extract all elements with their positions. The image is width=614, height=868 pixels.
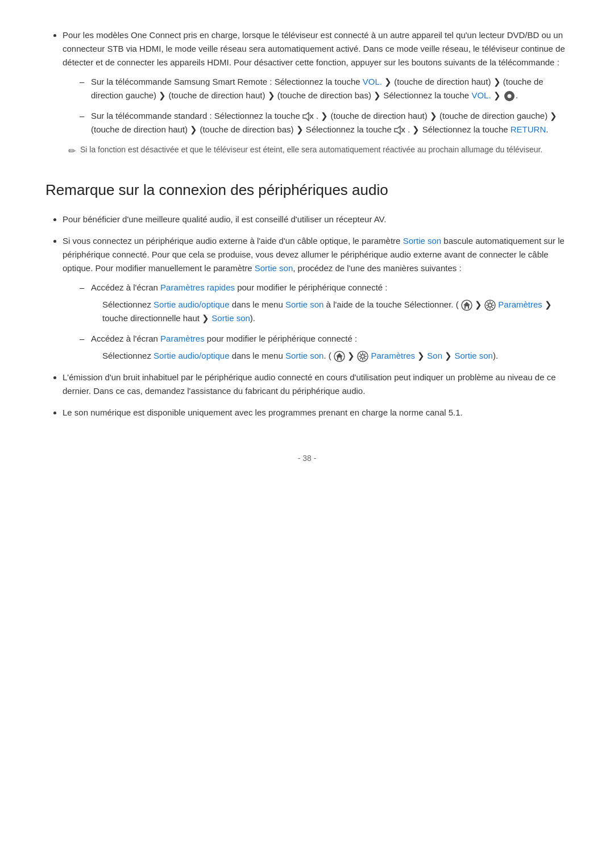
- page-number: - 38 -: [298, 454, 317, 463]
- s2sub1-indent-mid2: à l'aide de la touche Sélectionner. (: [323, 300, 458, 309]
- gear-icon-1: [484, 300, 496, 311]
- s2sub1-sortie-audio: Sortie audio/optique: [154, 300, 229, 309]
- s2-bullet2: Si vous connectez un périphérique audio …: [63, 234, 569, 363]
- home-icon-1: [461, 300, 472, 311]
- s2sub2-chevron3: ❯: [442, 351, 454, 360]
- s2sub2-prefix: Accédez à l'écran: [91, 334, 160, 343]
- section1-list: Pour les modèles One Connect pris en cha…: [45, 28, 569, 159]
- page-footer: - 38 -: [45, 454, 569, 463]
- s2sub2-sortie-son2: Sortie son: [454, 351, 493, 360]
- sub1b-period: .: [546, 124, 548, 134]
- s2sub1-indent: Sélectionnez Sortie audio/optique dans l…: [102, 298, 569, 325]
- sub-bullet-standard-remote: Sur la télécommande standard : Sélection…: [80, 109, 569, 136]
- sub1a-chevron: ❯: [491, 90, 503, 100]
- s2b4-text: Le son numérique est disponible uniqueme…: [63, 408, 463, 417]
- s2sub2-params-text: Paramètres: [371, 351, 415, 360]
- s2sub2-chevron2: ❯: [415, 351, 427, 360]
- sub1a-prefix: Sur la télécommande Samsung Smart Remote…: [91, 77, 363, 86]
- svg-line-17: [492, 306, 493, 308]
- s2sub1-chevron3: ❯: [200, 313, 211, 323]
- sub-bullet-smart-remote: Sur la télécommande Samsung Smart Remote…: [80, 75, 569, 102]
- sub1b-text3: . ❯ Sélectionnez la touche: [408, 124, 511, 134]
- svg-marker-21: [336, 353, 343, 360]
- s2sub1-chevron2: ❯: [542, 300, 552, 309]
- section2-heading: Remarque sur la connexion des périphériq…: [45, 181, 569, 199]
- page-content: Pour les modèles One Connect pris en cha…: [45, 28, 569, 463]
- s2b3-text: L'émission d'un bruit inhabituel par le …: [63, 372, 556, 396]
- svg-marker-2: [303, 113, 309, 121]
- sub1a-vol2: VOL.: [471, 90, 491, 100]
- svg-marker-5: [395, 126, 400, 134]
- svg-line-29: [364, 358, 366, 359]
- bullet-oneconnect-text: Pour les modèles One Connect pris en cha…: [63, 30, 565, 67]
- s2-sub-list: Accédez à l'écran Paramètres rapides pou…: [63, 281, 569, 363]
- pencil-icon: ✏: [68, 144, 76, 159]
- mute-icon: [302, 112, 314, 121]
- sub1a-suffix: .: [516, 90, 518, 100]
- svg-point-11: [488, 304, 492, 307]
- sub-list-oneconnect: Sur la télécommande Samsung Smart Remote…: [63, 75, 569, 136]
- settings-circle-icon: [504, 90, 515, 102]
- s2-sub2: Accédez à l'écran Paramètres pour modifi…: [80, 332, 569, 363]
- s2sub1-indent-prefix: Sélectionnez: [102, 300, 154, 309]
- s2sub2-sortie-son: Sortie son: [285, 351, 324, 360]
- svg-marker-9: [463, 302, 470, 309]
- svg-point-1: [507, 94, 511, 98]
- s2sub1-mid: pour modifier le périphérique connecté :: [235, 283, 388, 292]
- svg-line-31: [360, 358, 362, 359]
- svg-line-28: [360, 354, 362, 355]
- s2sub2-indent-mid1: dans le menu: [230, 351, 285, 360]
- section2-list: Pour bénéficier d'une meilleure qualité …: [45, 213, 569, 420]
- s2-bullet4: Le son numérique est disponible uniqueme…: [63, 406, 569, 420]
- s2sub1-params-rapides: Paramètres rapides: [160, 283, 235, 292]
- sub1b-text1: Sur la télécommande standard : Sélection…: [91, 111, 302, 121]
- s2b2-prefix: Si vous connectez un périphérique audio …: [63, 236, 403, 246]
- s2sub1-chevron1: ❯: [475, 300, 484, 309]
- svg-line-30: [364, 354, 366, 355]
- sub1a-vol1: VOL.: [363, 77, 382, 86]
- s2sub2-chevron1: ❯: [347, 351, 357, 360]
- svg-line-16: [487, 302, 488, 304]
- s2sub1-sortie-son2: Sortie son: [211, 313, 250, 323]
- s2sub1-params-text: Paramètres: [498, 300, 542, 309]
- svg-point-23: [361, 355, 364, 358]
- bullet-oneconnect: Pour les modèles One Connect pris en cha…: [63, 28, 569, 159]
- s2sub2-params: Paramètres: [160, 334, 205, 343]
- s2sub2-mid: pour modifier le périphérique connecté :: [205, 334, 358, 343]
- s2sub2-sortie-audio: Sortie audio/optique: [154, 351, 229, 360]
- s2b2-sortie2: Sortie son: [255, 263, 293, 273]
- svg-line-19: [487, 306, 488, 308]
- s2sub1-indent-mid1: dans le menu: [230, 300, 285, 309]
- s2sub1-touche-dir: touche directionnelle haut: [102, 313, 200, 323]
- s2-bullet1: Pour bénéficier d'une meilleure qualité …: [63, 213, 569, 226]
- s2sub2-son: Son: [427, 351, 442, 360]
- gear-icon-2: [357, 351, 368, 362]
- s2sub2-indent: Sélectionnez Sortie audio/optique dans l…: [102, 349, 569, 363]
- s2sub2-end: ).: [493, 351, 498, 360]
- s2b2-mid2: , procédez de l'une des manières suivant…: [293, 263, 461, 273]
- note-oneconnect-text: Si la fonction est désactivée et que le …: [80, 143, 542, 156]
- s2b2-sortie1: Sortie son: [403, 236, 442, 246]
- s2sub2-indent-mid2: . (: [323, 351, 331, 360]
- s2-bullet3: L'émission d'un bruit inhabituel par le …: [63, 371, 569, 398]
- s2sub1-prefix: Accédez à l'écran: [91, 283, 160, 292]
- s2sub2-indent-prefix: Sélectionnez: [102, 351, 154, 360]
- s2sub1-sortie-son: Sortie son: [285, 300, 324, 309]
- svg-line-18: [492, 302, 493, 304]
- s2b1-text: Pour bénéficier d'une meilleure qualité …: [63, 214, 386, 224]
- sub1b-return: RETURN: [511, 124, 546, 134]
- note-oneconnect: ✏ Si la fonction est désactivée et que l…: [63, 143, 569, 159]
- s2sub1-end: ).: [250, 313, 255, 323]
- home-icon-2: [334, 351, 345, 362]
- s2-sub1: Accédez à l'écran Paramètres rapides pou…: [80, 281, 569, 325]
- mute-icon-2: [394, 126, 405, 135]
